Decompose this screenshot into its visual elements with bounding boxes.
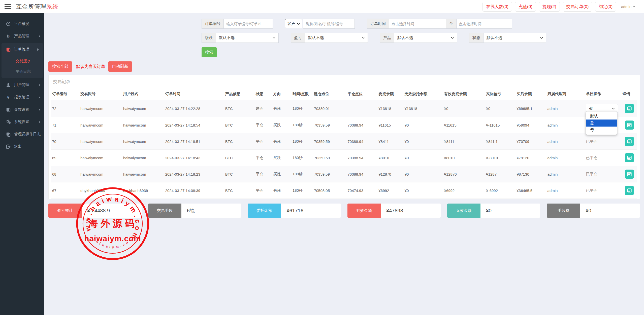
time-from-input[interactable]	[389, 19, 446, 29]
cell-invalid-balance: ¥0	[404, 182, 443, 199]
cell-entrust-balance: ¥6992	[378, 182, 404, 199]
cell-duration: 180秒	[292, 117, 313, 133]
cell-product: BTC	[224, 166, 255, 182]
top-nav-button-0[interactable]: 在线人数(0)	[482, 2, 512, 12]
cell-after-balance: ¥69685.1	[516, 100, 546, 117]
sidebar-item-label: 管理员操作日志	[14, 132, 41, 137]
cell-after-balance: ¥87130	[516, 166, 546, 182]
cell-open-point: 70359.59	[313, 150, 346, 166]
detail-card-icon	[627, 106, 632, 111]
chevron-right-icon	[39, 108, 40, 111]
search-button[interactable]: 搜索	[202, 47, 217, 57]
filter-label-0: 涨跌	[202, 33, 216, 43]
sidebar-item-系统设置[interactable]: 系统设置	[0, 116, 44, 128]
sidebar-item-参数设置[interactable]: 参数设置	[0, 103, 44, 116]
detail-button[interactable]	[625, 137, 634, 146]
cell-invalid-balance: ¥0	[404, 150, 443, 166]
cell-account: haiwaiymcom	[79, 166, 122, 182]
stat-交易手数: 交易手数6笔	[148, 204, 241, 218]
detail-button[interactable]	[625, 186, 634, 195]
sidebar-subitem-平仓日志[interactable]: 平仓日志	[2, 66, 43, 77]
hamburger-menu-icon[interactable]	[5, 4, 11, 9]
col-header-实际盈亏: 实际盈亏	[485, 88, 516, 100]
detail-button[interactable]	[625, 153, 634, 162]
top-nav-button-1[interactable]: 充值(0)	[515, 2, 536, 12]
time-filter: 订单时间 至	[367, 19, 512, 29]
cell-invalid-balance: ¥0	[404, 133, 443, 150]
col-header-平仓点位: 平仓点位	[346, 88, 377, 100]
col-header-交易账号: 交易账号	[79, 88, 122, 100]
detail-button[interactable]	[625, 121, 634, 130]
stat-无效金额: 无效金额¥0	[447, 204, 540, 218]
customer-type-select[interactable]: 客户	[285, 19, 302, 28]
filter-select-0[interactable]: 默认不选	[216, 33, 279, 43]
col-header-建仓点位: 建仓点位	[313, 88, 346, 100]
cell-after-balance: ¥59094	[516, 117, 546, 133]
cell-invalid-balance: ¥13818	[404, 100, 443, 117]
sidebar-subitem-交易流水[interactable]: 交易流水	[2, 56, 43, 66]
cell-actual-profit: ¥0	[485, 100, 516, 117]
order-no-input[interactable]	[223, 19, 273, 29]
filter-select-3[interactable]: 默认不选	[483, 33, 546, 43]
gears-icon	[6, 120, 11, 124]
sidebar-item-用户管理[interactable]: 用户管理	[0, 79, 44, 91]
cell-entrust-balance: ¥12870	[378, 166, 404, 182]
col-header-用户姓名: 用户姓名	[122, 88, 164, 100]
cell-invalid-balance: ¥0	[404, 117, 443, 133]
control-closed-label: 已平仓	[586, 188, 597, 192]
search-all-button[interactable]: 搜索全部	[48, 61, 72, 72]
cell-order-time: 2024-03-27 14:18:51	[164, 133, 224, 150]
top-nav-button-4[interactable]: 绑定(0)	[595, 2, 616, 12]
cell-order-id: 72	[51, 100, 79, 117]
top-nav-button-3[interactable]: 交易订单(0)	[563, 2, 592, 12]
cell-username: haiwaiymcom	[122, 133, 164, 150]
filter-select-2[interactable]: 默认不选	[394, 33, 457, 43]
chevron-down-icon	[273, 37, 275, 39]
cell-direction: 买跌	[272, 150, 292, 166]
user-icon	[6, 83, 11, 87]
time-to-input[interactable]	[456, 19, 512, 29]
control-select-value: 盈	[589, 106, 593, 111]
sidebar-item-订单管理[interactable]: 订单管理	[2, 43, 43, 56]
cell-status: 平仓	[255, 166, 272, 182]
summary-row: 盈亏统计¥-24488.9交易手数6笔委托金额¥61716有效金额¥47898无…	[48, 204, 640, 218]
filter-select-1[interactable]: 默认不选	[305, 33, 368, 43]
sidebar-item-管理员操作日志[interactable]: 管理员操作日志	[0, 128, 44, 140]
stat-label: 委托金额	[248, 204, 281, 218]
cell-open-point: 70359.59	[313, 117, 346, 133]
order-no-filter: 订单编号	[202, 19, 273, 29]
cell-username: haiwaiymcom	[122, 166, 164, 182]
detail-button[interactable]	[625, 170, 634, 179]
trade-records-panel: 交易记录 订单编号交易账号用户姓名订单时间产品信息状态方向时间/点数建仓点位平仓…	[48, 75, 640, 199]
stat-value: ¥47898	[381, 204, 441, 218]
dropdown-option-默认[interactable]: 默认	[586, 112, 617, 120]
col-header-委托余额: 委托余额	[378, 88, 404, 100]
cell-duration: 180秒	[292, 133, 313, 150]
filter-row-1: 订单编号 客户 订单时间 至	[202, 19, 640, 29]
dropdown-option-盈[interactable]: 盈	[586, 120, 617, 127]
sidebar-item-label: 退出	[14, 144, 22, 149]
cell-product: BTC	[224, 150, 255, 166]
dashboard-icon	[6, 22, 11, 26]
detail-button[interactable]	[625, 104, 634, 113]
top-nav-button-2[interactable]: 提现(2)	[539, 2, 560, 12]
sidebar-item-产品管理[interactable]: B产品管理	[0, 30, 44, 42]
sidebar-item-平台概况[interactable]: 平台概况	[0, 18, 44, 30]
auto-refresh-button[interactable]: 自动刷新	[108, 61, 132, 72]
table-row: 68haiwaiymcomhaiwaiymcom2024-03-27 14:18…	[51, 166, 637, 182]
cell-agent: admin	[546, 117, 585, 133]
sidebar-item-label: 参数设置	[14, 107, 29, 112]
cell-direction: 买涨	[272, 182, 292, 199]
chevron-right-icon	[37, 48, 39, 51]
time-to-label: 至	[446, 19, 456, 29]
sidebar-item-报表管理[interactable]: ¥报表管理	[0, 91, 44, 103]
dropdown-option-亏[interactable]: 亏	[586, 127, 617, 134]
sidebar-item-退出[interactable]: 退出	[0, 140, 44, 153]
cell-direction: 买涨	[272, 100, 292, 117]
customer-input[interactable]	[303, 19, 355, 29]
yen-icon: ¥	[6, 95, 11, 100]
admin-menu[interactable]: admin	[619, 3, 637, 10]
cell-order-time: 2024-03-27 14:18:43	[164, 150, 224, 166]
app-title-black: 互金所管理	[16, 3, 46, 10]
col-header-产品信息: 产品信息	[224, 88, 255, 100]
